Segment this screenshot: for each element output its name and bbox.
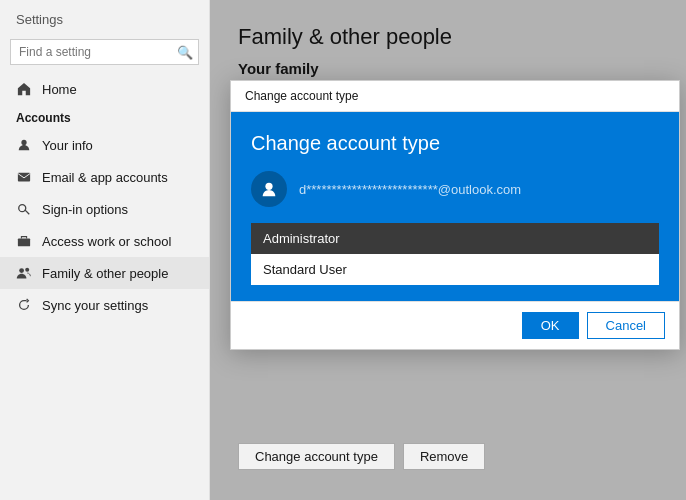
user-email: d**************************@outlook.com bbox=[299, 182, 521, 197]
sidebar: Settings 🔍 Home Accounts Your info Email… bbox=[0, 0, 210, 500]
sidebar-label-family: Family & other people bbox=[42, 266, 168, 281]
settings-header: Settings bbox=[0, 0, 209, 35]
sidebar-item-sync[interactable]: Sync your settings bbox=[0, 289, 209, 321]
search-container: 🔍 bbox=[10, 39, 199, 65]
search-icon: 🔍 bbox=[177, 45, 193, 60]
people-icon bbox=[16, 265, 32, 281]
sidebar-item-home[interactable]: Home bbox=[0, 73, 209, 105]
option-standard-user[interactable]: Standard User bbox=[251, 254, 659, 285]
person-icon bbox=[16, 137, 32, 153]
ok-button[interactable]: OK bbox=[522, 312, 579, 339]
email-icon bbox=[16, 169, 32, 185]
modal-footer: OK Cancel bbox=[231, 301, 679, 349]
sidebar-item-your-info[interactable]: Your info bbox=[0, 129, 209, 161]
modal-body: Change account type d*******************… bbox=[231, 112, 679, 301]
modal-user-row: d**************************@outlook.com bbox=[251, 171, 659, 207]
sync-icon bbox=[16, 297, 32, 313]
sidebar-item-email-accounts[interactable]: Email & app accounts bbox=[0, 161, 209, 193]
sidebar-label-work-school: Access work or school bbox=[42, 234, 171, 249]
modal-heading: Change account type bbox=[251, 132, 659, 155]
home-icon bbox=[16, 81, 32, 97]
sidebar-item-work-school[interactable]: Access work or school bbox=[0, 225, 209, 257]
svg-rect-3 bbox=[18, 238, 30, 246]
sidebar-label-home: Home bbox=[42, 82, 77, 97]
svg-point-0 bbox=[21, 140, 26, 145]
bottom-buttons: Change account type Remove bbox=[238, 443, 485, 470]
key-icon bbox=[16, 201, 32, 217]
sidebar-item-sign-in[interactable]: Sign-in options bbox=[0, 193, 209, 225]
sidebar-label-sign-in: Sign-in options bbox=[42, 202, 128, 217]
sidebar-item-family[interactable]: Family & other people bbox=[0, 257, 209, 289]
accounts-section-label: Accounts bbox=[0, 105, 209, 129]
sidebar-label-sync: Sync your settings bbox=[42, 298, 148, 313]
avatar bbox=[251, 171, 287, 207]
svg-rect-1 bbox=[18, 173, 30, 182]
main-content: Family & other people Your family Add yo… bbox=[210, 0, 686, 500]
option-administrator[interactable]: Administrator bbox=[251, 223, 659, 254]
modal-overlay: Change account type Change account type … bbox=[210, 0, 686, 500]
search-input[interactable] bbox=[10, 39, 199, 65]
cancel-button[interactable]: Cancel bbox=[587, 312, 665, 339]
change-account-modal: Change account type Change account type … bbox=[230, 80, 680, 350]
sidebar-label-email-accounts: Email & app accounts bbox=[42, 170, 168, 185]
svg-point-6 bbox=[265, 183, 272, 190]
account-type-list: Administrator Standard User bbox=[251, 223, 659, 285]
change-account-type-button[interactable]: Change account type bbox=[238, 443, 395, 470]
modal-titlebar: Change account type bbox=[231, 81, 679, 112]
sidebar-label-your-info: Your info bbox=[42, 138, 93, 153]
briefcase-icon bbox=[16, 233, 32, 249]
svg-point-5 bbox=[25, 268, 29, 272]
svg-point-4 bbox=[19, 268, 24, 273]
remove-button[interactable]: Remove bbox=[403, 443, 485, 470]
